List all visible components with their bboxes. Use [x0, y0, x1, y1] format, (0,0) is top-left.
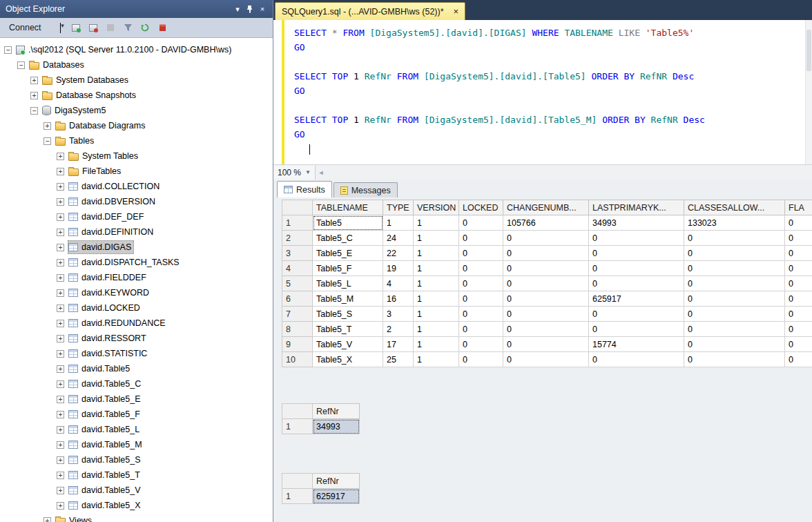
tree-item-body[interactable]: .\sql2012 (SQL Server 11.0.2100 - DAVID-…: [15, 43, 234, 57]
expand-icon[interactable]: +: [57, 350, 64, 358]
tree-item-tables[interactable]: −Tables: [0, 133, 273, 148]
cell[interactable]: Table5_M: [313, 291, 383, 307]
tree-item-david-def-def[interactable]: +david.DEF_DEF: [0, 209, 273, 224]
row-header[interactable]: 2: [282, 231, 313, 246]
tree-item-body[interactable]: System Databases: [41, 73, 131, 87]
row-header[interactable]: 7: [282, 307, 313, 322]
column-header-changenumb[interactable]: CHANGENUMB...: [503, 200, 589, 215]
tree-item-body[interactable]: david.DISPATCH_TASKS: [68, 255, 182, 269]
expand-icon[interactable]: +: [57, 244, 64, 251]
hscroll-left-arrow-icon[interactable]: ◄: [316, 169, 327, 176]
tree-item-body[interactable]: System Tables: [68, 149, 141, 163]
cell[interactable]: Table5_X: [313, 352, 383, 367]
expand-icon[interactable]: +: [57, 259, 64, 267]
cell[interactable]: 0: [459, 231, 503, 246]
expand-icon[interactable]: +: [57, 289, 64, 297]
tree-item-david-table5-x[interactable]: +david.Table5_X: [0, 498, 273, 513]
column-header-locked[interactable]: LOCKED: [459, 200, 503, 215]
tree-item-body[interactable]: david.Table5_X: [68, 499, 143, 512]
cell[interactable]: 1: [414, 322, 459, 337]
row-header[interactable]: 1: [282, 489, 313, 504]
tab-close-icon[interactable]: ×: [454, 7, 459, 16]
window-position-icon[interactable]: ▾: [231, 3, 244, 15]
tree-item-body[interactable]: david.Table5_F: [68, 407, 143, 421]
cell[interactable]: 0: [785, 337, 812, 352]
cell[interactable]: 1: [414, 337, 459, 352]
code-line[interactable]: SELECT * FROM [DigaSystem5].[david].[DIG…: [294, 26, 805, 40]
expand-icon[interactable]: +: [57, 335, 64, 342]
digas-result-grid[interactable]: TABLENAMETYPEVERSIONLOCKEDCHANGENUMB...L…: [282, 200, 812, 367]
column-header-refnr[interactable]: RefNr: [313, 474, 360, 489]
cell[interactable]: 0: [459, 276, 503, 291]
cell[interactable]: Table5_V: [313, 337, 383, 352]
tree-item-body[interactable]: david.DEFINITION: [68, 225, 156, 239]
tree-item-body[interactable]: Tables: [55, 134, 97, 148]
expand-icon[interactable]: +: [57, 320, 64, 327]
expand-icon[interactable]: +: [57, 502, 64, 510]
expand-icon[interactable]: +: [30, 92, 38, 99]
tree-item-david-table5-m[interactable]: +david.Table5_M: [0, 437, 273, 452]
tree-item-database-diagrams[interactable]: +Database Diagrams: [0, 118, 273, 133]
refnr-table5-m-grid[interactable]: RefNr1625917: [282, 473, 360, 504]
tab-messages[interactable]: Messages: [334, 182, 398, 197]
cell[interactable]: 0: [684, 291, 785, 307]
error-log-icon[interactable]: [155, 21, 171, 35]
tree-item-body[interactable]: Databases: [28, 58, 87, 72]
tree-item-system-tables[interactable]: +System Tables: [0, 148, 273, 164]
cell[interactable]: Table5_C: [313, 231, 383, 246]
cell[interactable]: 0: [684, 307, 785, 322]
cell[interactable]: 0: [459, 291, 503, 307]
filter-icon[interactable]: [120, 21, 136, 35]
code-line[interactable]: [294, 55, 805, 69]
cell[interactable]: Table5_T: [313, 322, 383, 337]
tree-item-body[interactable]: Database Snapshots: [41, 88, 139, 102]
sql-editor[interactable]: SELECT * FROM [DigaSystem5].[david].[DIG…: [273, 20, 812, 164]
tree-item-body[interactable]: DigaSystem5: [41, 104, 108, 117]
expand-icon[interactable]: +: [57, 487, 64, 494]
cell[interactable]: 24: [383, 231, 414, 246]
cell[interactable]: 0: [503, 322, 589, 337]
cell[interactable]: 0: [589, 322, 684, 337]
cell[interactable]: 0: [589, 276, 684, 291]
cell[interactable]: 1: [414, 215, 459, 231]
cell[interactable]: 0: [785, 322, 812, 337]
row-header[interactable]: 10: [282, 352, 313, 367]
cell[interactable]: 0: [503, 246, 589, 261]
code-line[interactable]: [294, 98, 805, 113]
code-line[interactable]: SELECT TOP 1 RefNr FROM [DigaSystem5].[d…: [294, 69, 805, 84]
collapse-icon[interactable]: −: [30, 107, 38, 115]
expand-icon[interactable]: +: [57, 472, 64, 479]
collapse-icon[interactable]: −: [4, 46, 12, 54]
cell[interactable]: 105766: [503, 215, 589, 231]
tree-item-system-databases[interactable]: +System Databases: [0, 72, 273, 88]
tree-item-david-table5-t[interactable]: +david.Table5_T: [0, 467, 273, 483]
tree-item-david-table5-s[interactable]: +david.Table5_S: [0, 452, 273, 467]
tree-item-david-table5-v[interactable]: +david.Table5_V: [0, 483, 273, 498]
tree-item-body[interactable]: david.Table5_S: [68, 453, 143, 467]
expand-icon[interactable]: +: [57, 441, 64, 449]
cell[interactable]: 1: [383, 215, 414, 231]
stop-icon[interactable]: [103, 21, 119, 35]
cell[interactable]: 0: [684, 231, 785, 246]
collapse-icon[interactable]: −: [17, 61, 25, 69]
disconnect-server-icon[interactable]: [86, 21, 102, 35]
cell[interactable]: 0: [785, 352, 812, 367]
cell[interactable]: 0: [459, 322, 503, 337]
tree-item-databases[interactable]: −Databases: [0, 57, 273, 72]
cell[interactable]: 0: [459, 352, 503, 367]
tree-item-david-ressort[interactable]: +david.RESSORT: [0, 331, 273, 346]
tree-item-david-collection[interactable]: +david.COLLECTION: [0, 179, 273, 194]
auto-hide-pin-icon[interactable]: [244, 3, 256, 15]
cell[interactable]: Table5_L: [313, 276, 383, 291]
cell[interactable]: 0: [785, 291, 812, 307]
cell[interactable]: 1: [414, 246, 459, 261]
zoom-control[interactable]: 100 % ▼: [273, 166, 316, 180]
code-line[interactable]: SELECT TOP 1 RefNr FROM [DigaSystem5].[d…: [294, 113, 805, 127]
cell[interactable]: 0: [503, 291, 589, 307]
tree-item-david-table5-l[interactable]: +david.Table5_L: [0, 422, 273, 437]
expand-icon[interactable]: +: [57, 168, 64, 175]
expand-icon[interactable]: +: [44, 517, 51, 522]
cell[interactable]: 22: [383, 246, 414, 261]
tree-item-body[interactable]: Database Diagrams: [55, 119, 148, 133]
expand-icon[interactable]: +: [57, 396, 64, 403]
